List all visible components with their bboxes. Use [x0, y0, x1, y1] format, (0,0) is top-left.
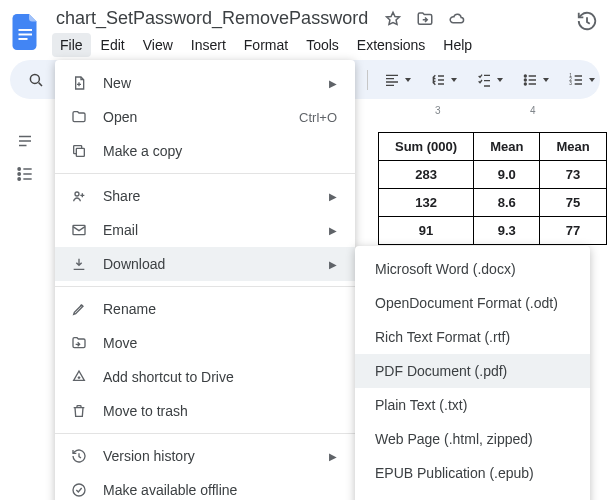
menu-offline[interactable]: Make available offline — [55, 473, 355, 500]
ruler-mark: 4 — [530, 105, 536, 116]
svg-point-12 — [18, 178, 20, 180]
folder-icon — [69, 109, 89, 125]
menu-trash[interactable]: Move to trash — [55, 394, 355, 428]
move-icon — [69, 335, 89, 351]
menu-label: Make available offline — [103, 482, 237, 498]
doc-title[interactable]: chart_SetPassword_RemovePassword — [52, 6, 372, 31]
svg-rect-0 — [19, 29, 33, 31]
line-spacing-tool[interactable] — [424, 66, 452, 94]
table-row: 91 9.3 77 — [379, 217, 607, 245]
history-icon[interactable] — [576, 10, 598, 32]
svg-point-11 — [18, 173, 20, 175]
table-row: 283 9.0 73 — [379, 161, 607, 189]
menu-label: Version history — [103, 448, 195, 464]
table-row: 132 8.6 75 — [379, 189, 607, 217]
history-small-icon — [69, 448, 89, 464]
menu-make-copy[interactable]: Make a copy — [55, 134, 355, 168]
menu-email[interactable]: Email ▶ — [55, 213, 355, 247]
menu-download[interactable]: Download ▶ — [55, 247, 355, 281]
table-cell: 77 — [540, 217, 606, 245]
menu-share[interactable]: Share ▶ — [55, 179, 355, 213]
align-tool[interactable] — [378, 66, 406, 94]
table-cell: 73 — [540, 161, 606, 189]
menu-label: New — [103, 75, 131, 91]
menu-file[interactable]: File — [52, 33, 91, 57]
menu-label: Move to trash — [103, 403, 188, 419]
menu-edit[interactable]: Edit — [93, 33, 133, 57]
menu-version-history[interactable]: Version history ▶ — [55, 439, 355, 473]
trash-icon — [69, 403, 89, 419]
download-option[interactable]: PDF Document (.pdf) — [355, 354, 590, 388]
email-icon — [69, 222, 89, 238]
download-option[interactable]: OpenDocument Format (.odt) — [355, 286, 590, 320]
star-icon[interactable] — [384, 10, 402, 28]
menu-label: Add shortcut to Drive — [103, 369, 234, 385]
menu-label: Rename — [103, 301, 156, 317]
table-cell: 8.6 — [474, 189, 540, 217]
svg-point-4 — [524, 75, 526, 77]
menu-label: Open — [103, 109, 137, 125]
download-option[interactable]: Plain Text (.txt) — [355, 388, 590, 422]
svg-point-3 — [30, 74, 39, 83]
docs-logo[interactable] — [10, 12, 42, 52]
share-icon — [69, 188, 89, 204]
rename-icon — [69, 301, 89, 317]
cloud-status-icon[interactable] — [448, 10, 466, 28]
menu-extensions[interactable]: Extensions — [349, 33, 433, 57]
download-option[interactable]: Microsoft Word (.docx) — [355, 252, 590, 286]
menu-new[interactable]: New ▶ — [55, 66, 355, 100]
menu-label: Make a copy — [103, 143, 182, 159]
submenu-arrow-icon: ▶ — [329, 225, 337, 236]
copy-icon — [69, 143, 89, 159]
svg-rect-2 — [19, 38, 28, 40]
new-file-icon — [69, 75, 89, 91]
menu-label: Download — [103, 256, 165, 272]
bulleted-list-tool[interactable] — [516, 66, 544, 94]
menu-view[interactable]: View — [135, 33, 181, 57]
table-row: Sum (000) Mean Mean — [379, 133, 607, 161]
show-outline-icon[interactable] — [16, 132, 34, 150]
table-header: Mean — [540, 133, 606, 161]
menu-label: Move — [103, 335, 137, 351]
outline-bullets-icon[interactable] — [15, 164, 35, 184]
drive-shortcut-icon — [69, 369, 89, 385]
menu-rename[interactable]: Rename — [55, 292, 355, 326]
download-option[interactable]: Web Page (.html, zipped) — [355, 422, 590, 456]
svg-point-16 — [73, 484, 85, 496]
download-option[interactable]: Markdown (.md) — [355, 490, 590, 500]
toolbar-separator — [367, 70, 368, 90]
menu-separator — [55, 173, 355, 174]
menu-help[interactable]: Help — [435, 33, 480, 57]
move-folder-icon[interactable] — [416, 10, 434, 28]
menu-insert[interactable]: Insert — [183, 33, 234, 57]
menu-separator — [55, 286, 355, 287]
checklist-tool[interactable] — [470, 66, 498, 94]
table-header: Sum (000) — [379, 133, 474, 161]
menubar: File Edit View Insert Format Tools Exten… — [52, 33, 600, 57]
submenu-arrow-icon: ▶ — [329, 451, 337, 462]
table-cell: 75 — [540, 189, 606, 217]
numbered-list-tool[interactable]: 123 — [562, 66, 590, 94]
menu-tools[interactable]: Tools — [298, 33, 347, 57]
menu-format[interactable]: Format — [236, 33, 296, 57]
search-tool[interactable] — [22, 66, 50, 94]
file-menu: New ▶ Open Ctrl+O Make a copy Share ▶ Em… — [55, 60, 355, 500]
download-option[interactable]: EPUB Publication (.epub) — [355, 456, 590, 490]
menu-shortcut: Ctrl+O — [299, 110, 337, 125]
menu-label: Share — [103, 188, 140, 204]
svg-point-5 — [524, 79, 526, 81]
download-option[interactable]: Rich Text Format (.rtf) — [355, 320, 590, 354]
menu-add-shortcut[interactable]: Add shortcut to Drive — [55, 360, 355, 394]
table-cell: 91 — [379, 217, 474, 245]
svg-rect-1 — [19, 34, 33, 36]
table-cell: 283 — [379, 161, 474, 189]
table-cell: 132 — [379, 189, 474, 217]
svg-rect-13 — [76, 148, 84, 156]
svg-point-14 — [75, 192, 79, 196]
menu-label: Email — [103, 222, 138, 238]
data-table: Sum (000) Mean Mean 283 9.0 73 132 8.6 7… — [378, 132, 607, 245]
menu-open[interactable]: Open Ctrl+O — [55, 100, 355, 134]
submenu-arrow-icon: ▶ — [329, 78, 337, 89]
menu-move[interactable]: Move — [55, 326, 355, 360]
download-icon — [69, 256, 89, 272]
